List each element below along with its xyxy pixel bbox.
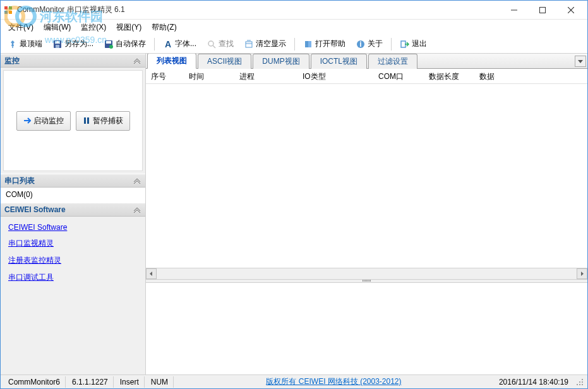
- tool-saveas[interactable]: 另存为...: [48, 37, 98, 51]
- svg-rect-27: [84, 117, 86, 124]
- links-panel: CEIWEI Software CEIWEI Software 串口监视精灵 注…: [1, 203, 145, 374]
- tool-about[interactable]: i 关于: [351, 37, 387, 51]
- svg-rect-5: [9, 11, 12, 14]
- svg-rect-12: [55, 41, 60, 44]
- menubar: 文件(V) 编辑(W) 监控(X) 视图(Y) 帮助(Z): [1, 20, 587, 35]
- menu-help[interactable]: 帮助(Z): [147, 21, 181, 34]
- titlebar: CommMonitor 串口监视精灵 6.1: [1, 1, 587, 20]
- svg-point-30: [579, 381, 580, 383]
- col-proc[interactable]: 进程: [234, 69, 297, 83]
- scroll-left-icon[interactable]: [146, 268, 157, 279]
- detail-pane: [146, 283, 587, 374]
- svg-rect-2: [4, 6, 8, 9]
- separator: [294, 38, 295, 51]
- tabstrip: 列表视图 ASCII视图 DUMP视图 IOCTL视图 过滤设置: [146, 54, 587, 69]
- monitor-panel: 监控 启动监控 暂停捕获: [1, 54, 145, 174]
- tab-ascii-view[interactable]: ASCII视图: [198, 54, 251, 69]
- font-icon: A: [163, 39, 173, 49]
- tab-filter-settings[interactable]: 过滤设置: [368, 54, 417, 69]
- play-icon: [23, 117, 31, 124]
- table-header: 序号 时间 进程 IO类型 COM口 数据长度 数据: [146, 69, 587, 84]
- collapse-icon: [133, 177, 141, 184]
- tab-dropdown[interactable]: [575, 56, 586, 67]
- svg-rect-19: [246, 42, 252, 47]
- svg-rect-22: [305, 41, 308, 47]
- svg-point-17: [208, 41, 213, 46]
- svg-point-33: [579, 384, 580, 385]
- svg-text:i: i: [359, 40, 361, 49]
- col-datalen[interactable]: 数据长度: [424, 69, 474, 83]
- start-monitor-button[interactable]: 启动监控: [16, 111, 71, 131]
- col-data[interactable]: 数据: [474, 69, 587, 83]
- svg-point-31: [582, 381, 583, 383]
- separator: [154, 38, 155, 51]
- status-num: NUM: [146, 376, 174, 388]
- status-insert: Insert: [115, 376, 145, 388]
- col-iotype[interactable]: IO类型: [297, 69, 373, 83]
- collapse-icon: [133, 57, 141, 64]
- status-version: 6.1.1.1227: [67, 376, 114, 388]
- status-app: CommMonitor6: [3, 376, 66, 388]
- tab-dump-view[interactable]: DUMP视图: [253, 54, 309, 69]
- tool-exit[interactable]: 退出: [395, 37, 431, 51]
- svg-line-18: [213, 45, 215, 48]
- window-title: CommMonitor 串口监视精灵 6.1: [17, 4, 500, 15]
- pause-icon: [83, 117, 90, 124]
- svg-rect-15: [106, 41, 111, 44]
- close-button[interactable]: [556, 1, 585, 19]
- statusbar: CommMonitor6 6.1.1.1227 Insert NUM 版权所有 …: [1, 374, 587, 388]
- resize-grip-icon[interactable]: [575, 377, 585, 387]
- svg-point-34: [582, 384, 583, 385]
- sidebar: 监控 启动监控 暂停捕获 串口列表: [1, 54, 146, 374]
- main-window: 河东软件园 www.pc0359.cn CommMonitor 串口监视精灵 6…: [0, 0, 588, 389]
- menu-edit[interactable]: 编辑(W): [39, 21, 76, 34]
- tab-list-view[interactable]: 列表视图: [147, 54, 196, 69]
- tab-ioctl-view[interactable]: IOCTL视图: [311, 54, 367, 69]
- link-registry-monitor[interactable]: 注册表监控精灵: [8, 255, 138, 266]
- monitor-panel-header[interactable]: 监控: [1, 54, 145, 68]
- link-ceiwei[interactable]: CEIWEI Software: [8, 223, 138, 232]
- menu-file[interactable]: 文件(V): [3, 21, 39, 34]
- menu-view[interactable]: 视图(Y): [111, 21, 147, 34]
- svg-rect-28: [87, 117, 89, 124]
- svg-rect-13: [56, 45, 59, 48]
- tool-help[interactable]: 打开帮助: [299, 37, 350, 51]
- link-serial-debug[interactable]: 串口调试工具: [8, 272, 138, 283]
- link-serial-monitor[interactable]: 串口监视精灵: [8, 238, 138, 249]
- svg-point-16: [109, 45, 113, 49]
- tool-top[interactable]: 最顶端: [3, 37, 47, 51]
- data-table: 序号 时间 进程 IO类型 COM口 数据长度 数据: [146, 69, 587, 279]
- pause-capture-button[interactable]: 暂停捕获: [76, 111, 130, 131]
- svg-rect-4: [4, 11, 8, 14]
- col-seq[interactable]: 序号: [146, 69, 184, 83]
- tool-clear[interactable]: 清空显示: [239, 37, 291, 51]
- col-time[interactable]: 时间: [184, 69, 234, 83]
- svg-point-32: [577, 384, 578, 385]
- svg-rect-23: [308, 41, 311, 47]
- col-com[interactable]: COM口: [373, 69, 424, 83]
- tool-autosave[interactable]: 自动保存: [99, 37, 150, 51]
- toolbar: 最顶端 另存为... 自动保存 A 字体... 查找 清空显示 打开帮助: [1, 35, 587, 54]
- svg-rect-7: [539, 7, 545, 13]
- pin-icon: [8, 39, 18, 49]
- comlist-panel-header[interactable]: 串口列表: [1, 174, 145, 188]
- app-icon: [3, 5, 13, 15]
- tool-font[interactable]: A 字体...: [159, 37, 201, 51]
- tool-find[interactable]: 查找: [202, 37, 238, 51]
- svg-rect-26: [401, 41, 405, 47]
- status-copyright-link[interactable]: 版权所有 CEIWEI 网络科技 (2003-2012): [266, 376, 401, 387]
- scroll-right-icon[interactable]: [577, 268, 587, 279]
- comlist-panel: 串口列表 COM(0): [1, 174, 145, 203]
- exit-icon: [400, 39, 410, 49]
- maximize-button[interactable]: [528, 1, 556, 19]
- separator: [391, 38, 392, 51]
- table-body: [146, 84, 587, 268]
- menu-monitor[interactable]: 监控(X): [76, 21, 111, 34]
- horizontal-scrollbar[interactable]: [146, 268, 587, 279]
- links-panel-header[interactable]: CEIWEI Software: [1, 203, 145, 217]
- status-datetime: 2016/11/14 18:40:19: [494, 376, 573, 388]
- svg-point-29: [582, 379, 583, 380]
- com-item[interactable]: COM(0): [6, 190, 33, 199]
- autosave-icon: [104, 39, 114, 49]
- minimize-button[interactable]: [500, 1, 528, 19]
